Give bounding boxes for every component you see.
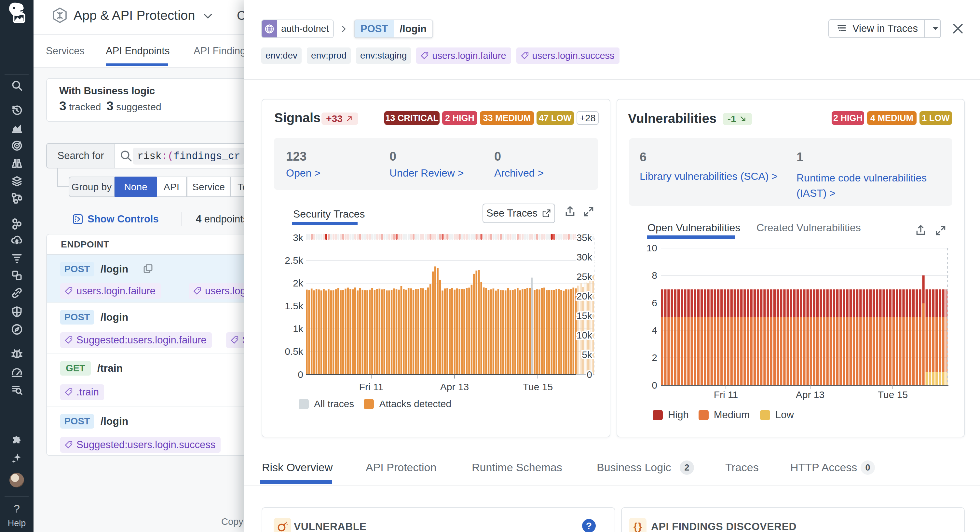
svg-text:35k: 35k <box>576 232 592 243</box>
svg-text:Apr 13: Apr 13 <box>796 389 824 400</box>
svg-text:2.5k: 2.5k <box>285 255 304 266</box>
svg-text:0: 0 <box>652 380 657 391</box>
svg-text:Tue 15: Tue 15 <box>878 389 908 400</box>
svg-text:0: 0 <box>298 369 303 380</box>
svg-text:10: 10 <box>646 243 657 253</box>
svg-text:Tue 15: Tue 15 <box>523 381 553 392</box>
svg-text:0: 0 <box>587 369 592 380</box>
svg-text:Fri 11: Fri 11 <box>359 381 383 392</box>
svg-text:8: 8 <box>652 270 657 281</box>
svg-text:5k: 5k <box>582 349 592 360</box>
svg-text:3k: 3k <box>293 232 304 243</box>
svg-text:4: 4 <box>652 325 657 335</box>
svg-text:20k: 20k <box>576 291 592 302</box>
svg-text:25k: 25k <box>576 271 592 282</box>
svg-text:30k: 30k <box>576 252 592 262</box>
svg-text:0.5k: 0.5k <box>285 346 304 357</box>
svg-text:2: 2 <box>652 352 657 363</box>
svg-text:15k: 15k <box>576 310 592 321</box>
svg-text:1.5k: 1.5k <box>285 300 304 311</box>
svg-text:2k: 2k <box>293 278 304 289</box>
svg-text:10k: 10k <box>576 330 592 340</box>
svg-text:Fri 11: Fri 11 <box>714 389 738 400</box>
svg-text:Apr 13: Apr 13 <box>440 381 469 392</box>
svg-text:1k: 1k <box>293 323 304 334</box>
svg-text:6: 6 <box>652 297 657 308</box>
